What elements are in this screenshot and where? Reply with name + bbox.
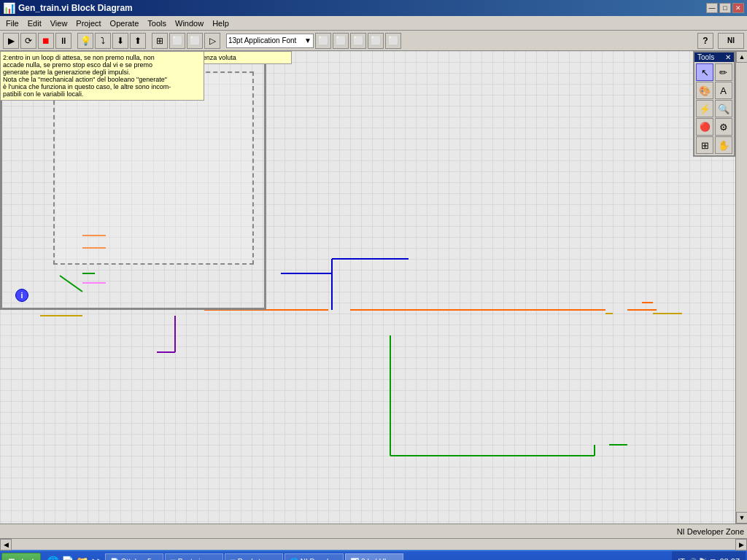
taskbar-item-3-label: Reply to ... bbox=[238, 558, 273, 561]
taskbar-icon-4[interactable]: >> bbox=[90, 555, 104, 560]
taskbar-icon-area[interactable]: 🌐 📄 📁 >> bbox=[47, 553, 104, 560]
minimize-button[interactable]: — bbox=[706, 3, 718, 13]
tool-scroll[interactable]: ✋ bbox=[715, 136, 732, 154]
taskbar-item-2-icon: ✉ bbox=[170, 558, 176, 561]
ni-logo: NI bbox=[718, 33, 744, 49]
taskbar-icon-2[interactable]: 📄 bbox=[61, 555, 74, 560]
tool-breakpoint[interactable]: 🔴 bbox=[696, 118, 713, 136]
taskbar-lang: IT bbox=[678, 557, 685, 560]
tool-zoom[interactable]: 🔍 bbox=[715, 100, 732, 117]
tool-connect[interactable]: ⚡ bbox=[696, 100, 713, 117]
tool-color[interactable]: 🎨 bbox=[696, 82, 713, 99]
menu-view[interactable]: View bbox=[46, 18, 72, 29]
run-button[interactable]: ▶ bbox=[3, 33, 19, 49]
scrollbar-horizontal[interactable]: ◀ ▶ bbox=[0, 538, 747, 550]
tool-text[interactable]: A bbox=[715, 82, 732, 99]
scroll-left-button[interactable]: ◀ bbox=[0, 539, 12, 551]
system-tray-icons: 🔊 📡 🖥 bbox=[688, 558, 717, 561]
toolbar-btn-7[interactable]: ⬜ bbox=[368, 33, 384, 49]
run-continuously-button[interactable]: ⟳ bbox=[20, 33, 36, 49]
status-bar: NI Developer Zone bbox=[0, 524, 747, 538]
scroll-down-button[interactable]: ▼ bbox=[736, 512, 747, 524]
taskbar-icon-1[interactable]: 🌐 bbox=[47, 555, 60, 560]
menu-project[interactable]: Project bbox=[71, 18, 105, 29]
toolbar-btn-8[interactable]: ⬜ bbox=[385, 33, 401, 49]
taskbar-item-3[interactable]: ✉ Reply to ... bbox=[225, 553, 283, 560]
clean-up-diagram-button[interactable]: ⊞ bbox=[152, 33, 168, 49]
toolbar-btn-4[interactable]: ⬜ bbox=[315, 33, 331, 49]
scrollbar-vertical[interactable]: ▲ ▼ bbox=[735, 51, 747, 524]
scroll-up-button[interactable]: ▲ bbox=[736, 51, 747, 63]
help-button[interactable]: ? bbox=[697, 33, 713, 49]
toolbar-btn-1[interactable]: ⬜ bbox=[169, 33, 185, 49]
toolbar-btn-2[interactable]: ⬜ bbox=[187, 33, 203, 49]
menu-help[interactable]: Help bbox=[208, 18, 233, 29]
tools-close-icon[interactable]: ✕ bbox=[725, 53, 731, 61]
taskbar-item-3-icon: ✉ bbox=[230, 558, 236, 561]
toolbar-btn-6[interactable]: ⬜ bbox=[350, 33, 366, 49]
title-bar: 📊 Gen_train.vi Block Diagram — □ ✕ bbox=[0, 0, 747, 16]
annotation-2: 2:entro in un loop di attesa, se non pre… bbox=[0, 51, 204, 101]
scroll-right-button[interactable]: ▶ bbox=[735, 539, 747, 551]
window-icon: 📊 bbox=[3, 2, 15, 14]
taskbar-item-1[interactable]: 📄 Ottobre 5... bbox=[105, 553, 163, 560]
menu-bar: File Edit View Project Operate Tools Win… bbox=[0, 16, 747, 31]
taskbar-item-5[interactable]: 📊 3 LabVI... bbox=[345, 553, 403, 560]
tool-colorpicker[interactable]: ⊞ bbox=[696, 136, 713, 154]
toolbar: ▶ ⟳ ⏹ ⏸ 💡 ⤵ ⬇ ⬆ ⊞ ⬜ ⬜ ▷ 13pt Application… bbox=[0, 31, 747, 51]
menu-window[interactable]: Window bbox=[171, 18, 208, 29]
info-icon[interactable]: i bbox=[15, 289, 28, 302]
scroll-track-v bbox=[736, 63, 747, 512]
menu-edit[interactable]: Edit bbox=[23, 18, 46, 29]
maximize-button[interactable]: □ bbox=[719, 3, 731, 13]
taskbar-item-2[interactable]: ✉ Posta in a... bbox=[165, 553, 223, 560]
start-button[interactable]: ⊞ start bbox=[1, 553, 41, 560]
canvas[interactable]: auto cleanup TF error in low time (sec) … bbox=[0, 51, 735, 524]
tools-title-label: Tools bbox=[697, 53, 714, 61]
taskbar-item-2-label: Posta in a... bbox=[178, 558, 217, 561]
taskbar-item-4-label: NI Develo... bbox=[301, 558, 338, 561]
clock: 08:27 bbox=[719, 557, 740, 560]
taskbar-item-1-label: Ottobre 5... bbox=[121, 558, 158, 561]
windows-icon: ⊞ bbox=[8, 557, 15, 561]
font-dropdown[interactable]: 13pt Application Font ▼ bbox=[226, 34, 314, 48]
taskbar-icon-3[interactable]: 📁 bbox=[76, 555, 89, 560]
taskbar-item-4-icon: 🌐 bbox=[290, 558, 298, 561]
taskbar-item-5-label: 3 LabVI... bbox=[361, 558, 392, 561]
abort-button[interactable]: ⏹ bbox=[38, 33, 54, 49]
taskbar-item-5-icon: 📊 bbox=[350, 558, 359, 561]
step-into-button[interactable]: ⬇ bbox=[112, 33, 128, 49]
step-over-button[interactable]: ⤵ bbox=[95, 33, 111, 49]
status-text: NI Developer Zone bbox=[677, 527, 744, 536]
menu-file[interactable]: File bbox=[1, 18, 23, 29]
taskbar-item-4[interactable]: 🌐 NI Develo... bbox=[285, 553, 344, 560]
taskbar-item-1-icon: 📄 bbox=[110, 558, 119, 561]
toolbar-btn-5[interactable]: ⬜ bbox=[333, 33, 349, 49]
step-out-button[interactable]: ⬆ bbox=[130, 33, 146, 49]
menu-operate[interactable]: Operate bbox=[106, 18, 144, 29]
tool-arrow[interactable]: ↖ bbox=[696, 63, 713, 81]
main-area: auto cleanup TF error in low time (sec) … bbox=[0, 51, 747, 524]
tool-probe[interactable]: ⚙ bbox=[715, 118, 732, 136]
taskbar: ⊞ start 🌐 📄 📁 >> 📄 Ottobre 5... ✉ Posta … bbox=[0, 550, 747, 560]
close-button[interactable]: ✕ bbox=[732, 3, 744, 13]
menu-tools[interactable]: Tools bbox=[143, 18, 171, 29]
tool-pencil[interactable]: ✏ bbox=[715, 63, 732, 81]
pause-button[interactable]: ⏸ bbox=[55, 33, 71, 49]
tools-palette: Tools ✕ ↖ ✏ 🎨 A ⚡ 🔍 🔴 ⚙ ⊞ ✋ bbox=[693, 51, 735, 157]
window-title: Gen_train.vi Block Diagram bbox=[18, 3, 133, 13]
highlight-button[interactable]: 💡 bbox=[77, 33, 93, 49]
toolbar-btn-3[interactable]: ▷ bbox=[204, 33, 220, 49]
